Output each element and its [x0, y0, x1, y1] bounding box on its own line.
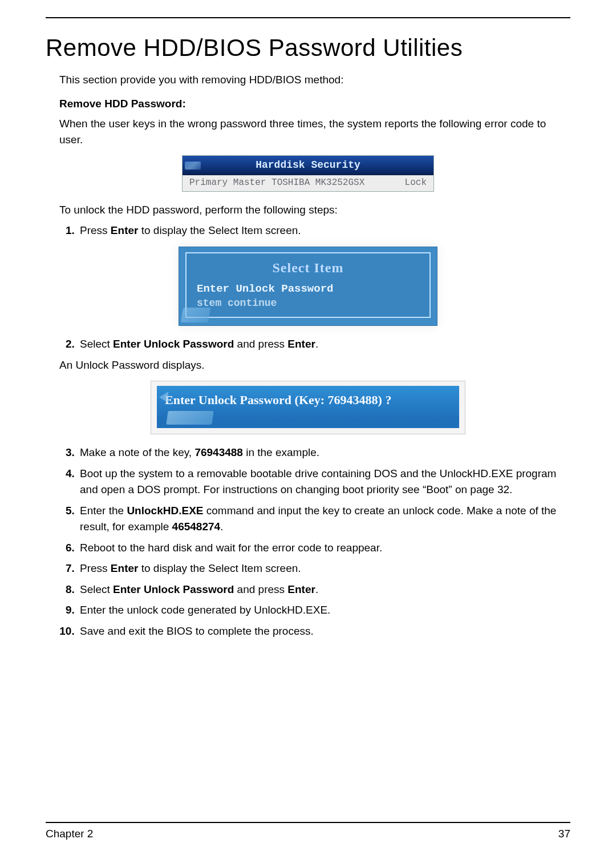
step1-post: to display the Select Item screen. — [138, 224, 301, 236]
step-list-1: Press Enter to display the Select Item s… — [46, 223, 570, 239]
step-2: Select Enter Unlock Password and press E… — [78, 336, 570, 353]
step8-enter: Enter — [287, 583, 315, 595]
unlock-displays: An Unlock Password displays. — [59, 357, 570, 373]
step8-pre: Select — [80, 583, 113, 595]
step8-eup: Enter Unlock Password — [113, 583, 234, 595]
fig3-triangle — [159, 392, 168, 403]
fig2-opt2: stem continue — [194, 296, 422, 310]
step8-post: . — [315, 583, 318, 595]
step-1: Press Enter to display the Select Item s… — [78, 223, 570, 239]
fig1-left: Primary Master TOSHIBA MK3252GSX — [189, 178, 364, 188]
step2-post: . — [315, 338, 318, 350]
footer-rule — [46, 822, 570, 823]
fig2-opt1: Enter Unlock Password — [194, 281, 422, 296]
step1-enter: Enter — [111, 224, 139, 236]
step-3: Make a note of the key, 76943488 in the … — [78, 445, 570, 461]
step1-pre: Press — [80, 224, 111, 236]
fig3-box: Enter Unlock Password (Key: 76943488) ? — [151, 381, 465, 434]
step3-post: in the example. — [243, 446, 319, 458]
step-list-2: Select Enter Unlock Password and press E… — [46, 336, 570, 353]
step-9: Enter the unlock code generated by Unloc… — [78, 602, 570, 619]
footer: Chapter 2 37 — [46, 828, 570, 840]
footer-right: 37 — [558, 828, 570, 840]
fig1-box: Harddisk Security Primary Master TOSHIBA… — [182, 155, 434, 192]
fig3-line: Enter Unlock Password (Key: 76943488) ? — [165, 393, 451, 408]
intro-text: This section provide you with removing H… — [59, 72, 570, 88]
fig2-title: Select Item — [194, 258, 422, 281]
fig3-inner: Enter Unlock Password (Key: 76943488) ? — [157, 386, 459, 428]
fig2-box: Select Item Enter Unlock Password stem c… — [179, 247, 437, 326]
fig1-row: Primary Master TOSHIBA MK3252GSX Lock — [183, 175, 433, 191]
wrong-password-text: When the user keys in the wrong password… — [59, 116, 570, 147]
page: Remove HDD/BIOS Password Utilities This … — [0, 0, 616, 863]
step-10: Save and exit the BIOS to complete the p… — [78, 623, 570, 640]
step7-pre: Press — [80, 562, 111, 574]
step8-mid: and press — [234, 583, 287, 595]
steps-intro: To unlock the HDD password, perform the … — [59, 202, 570, 218]
step2-pre: Select — [80, 338, 113, 350]
step2-mid: and press — [234, 338, 287, 350]
unlock-displays-wrap: An Unlock Password displays. — [59, 357, 570, 373]
step5-exe: UnlockHD.EXE — [127, 505, 203, 517]
step5-post: . — [220, 521, 223, 533]
fig1-header: Harddisk Security — [183, 156, 433, 175]
step-8: Select Enter Unlock Password and press E… — [78, 582, 570, 598]
step-5: Enter the UnlockHD.EXE command and input… — [78, 503, 570, 535]
step2-enter: Enter — [287, 338, 315, 350]
figure-harddisk-security: Harddisk Security Primary Master TOSHIBA… — [46, 155, 570, 192]
fig2-inner: Select Item Enter Unlock Password stem c… — [185, 252, 431, 318]
step-6: Reboot to the hard disk and wait for the… — [78, 540, 570, 556]
figure-select-item: Select Item Enter Unlock Password stem c… — [46, 247, 570, 326]
fig2-glare — [181, 308, 211, 322]
step3-key: 76943488 — [194, 446, 243, 458]
step7-enter: Enter — [111, 562, 139, 574]
step-7: Press Enter to display the Select Item s… — [78, 560, 570, 577]
step-list-3-10: Make a note of the key, 76943488 in the … — [46, 445, 570, 639]
step7-post: to display the Select Item screen. — [138, 562, 301, 574]
footer-left: Chapter 2 — [46, 828, 93, 840]
unlock-intro: To unlock the HDD password, perform the … — [59, 202, 570, 218]
fig1-right: Lock — [405, 178, 427, 188]
step3-pre: Make a note of the key, — [80, 446, 194, 458]
step-4: Boot up the system to a removable bootab… — [78, 466, 570, 498]
fig3-glare — [166, 411, 213, 425]
step5-code: 46548274 — [172, 521, 221, 533]
page-title: Remove HDD/BIOS Password Utilities — [46, 34, 570, 62]
step2-eup: Enter Unlock Password — [113, 338, 234, 350]
step5-pre: Enter the — [80, 505, 127, 517]
figure-unlock-key: Enter Unlock Password (Key: 76943488) ? — [46, 381, 570, 434]
top-rule — [46, 17, 570, 18]
body-text: This section provide you with removing H… — [59, 72, 570, 147]
sub-heading: Remove HDD Password: — [59, 96, 570, 112]
